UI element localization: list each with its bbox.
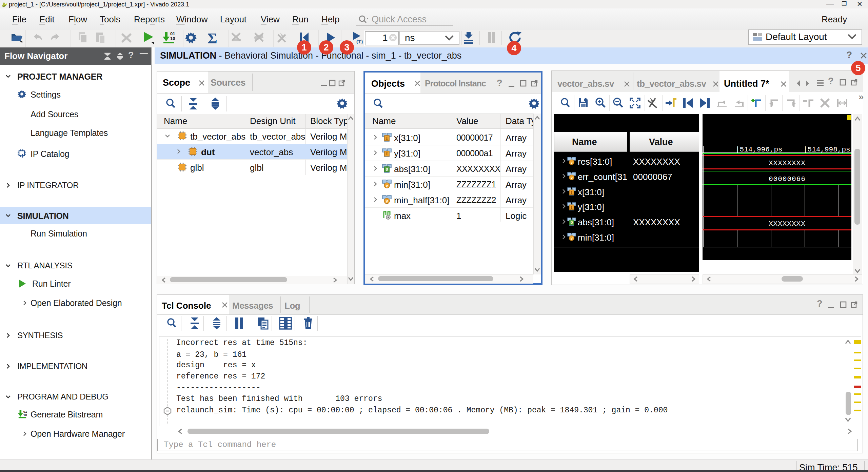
svg-text:10: 10	[170, 36, 175, 41]
svg-text:v: v	[571, 176, 573, 180]
svg-text:10: 10	[23, 413, 27, 417]
svg-text:I: I	[386, 136, 388, 141]
svg-text:0: 0	[386, 167, 388, 172]
svg-text:v: v	[571, 236, 573, 240]
svg-text:(T): (T)	[356, 39, 363, 44]
svg-text:I: I	[571, 205, 573, 210]
svg-text:v: v	[386, 183, 388, 188]
svg-text:v: v	[386, 199, 388, 204]
svg-text:I: I	[386, 151, 388, 156]
svg-text:I: I	[571, 190, 573, 195]
svg-text:0: 0	[571, 220, 573, 225]
svg-text:v: v	[571, 160, 573, 164]
svg-text:01: 01	[170, 31, 175, 36]
